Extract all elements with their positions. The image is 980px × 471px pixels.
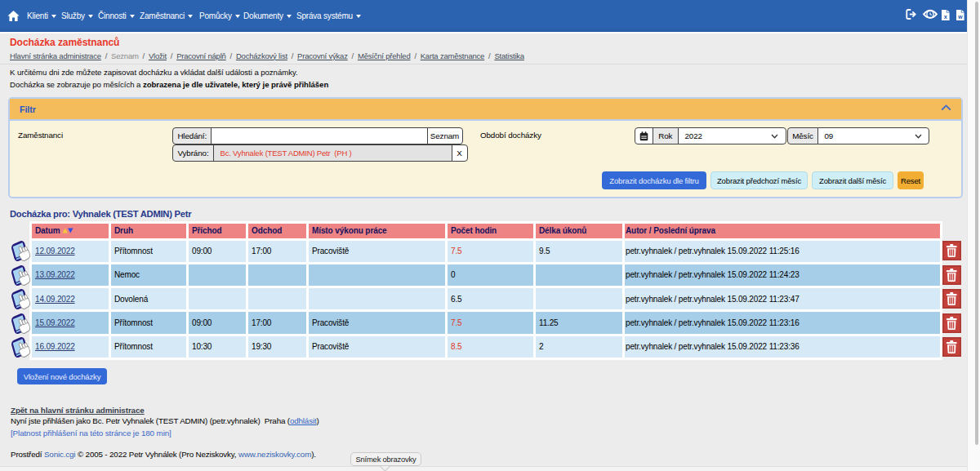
svg-text:w: w	[957, 14, 963, 20]
